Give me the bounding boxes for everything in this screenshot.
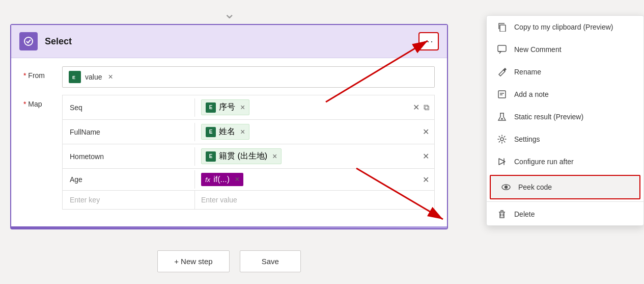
- trash-icon: [497, 209, 507, 219]
- table-row: Age fx if(...) × ✕: [62, 168, 435, 191]
- excel-tag-seq: E 序号 ×: [201, 99, 249, 115]
- bottom-area: + New step Save: [0, 238, 458, 284]
- new-step-button[interactable]: + New step: [157, 250, 229, 272]
- map-value-fullname[interactable]: E 姓名 ×: [195, 120, 417, 144]
- func-icon-age: fx: [205, 176, 210, 184]
- select-card: Select ··· From E value ×: [10, 24, 448, 229]
- menu-label-peek-code: Peek code: [518, 183, 552, 191]
- fullname-actions: ✕: [417, 127, 434, 137]
- seq-copy[interactable]: ⧉: [424, 103, 429, 112]
- map-key-hometown[interactable]: Hometown: [63, 147, 195, 166]
- svg-point-0: [24, 37, 33, 45]
- from-remove[interactable]: ×: [108, 72, 113, 82]
- menu-item-add-note[interactable]: Add a note: [487, 83, 643, 106]
- excel-icon-fullname: E: [206, 127, 216, 137]
- svg-text:E: E: [72, 75, 75, 80]
- menu-item-static-result[interactable]: Static result (Preview): [487, 106, 643, 128]
- table-row: FullName E 姓名 × ✕: [62, 119, 435, 144]
- seq-delete[interactable]: ✕: [413, 102, 419, 112]
- seq-actions: ✕ ⧉: [408, 102, 434, 112]
- map-placeholder-key[interactable]: Enter key: [63, 191, 195, 209]
- map-key-seq[interactable]: Seq: [63, 98, 195, 117]
- note-icon: [497, 89, 507, 99]
- more-dots: ···: [423, 36, 434, 47]
- menu-label-settings: Settings: [514, 135, 540, 143]
- svg-point-10: [500, 138, 503, 141]
- map-row: Map Seq E 序号 × ✕: [23, 95, 435, 209]
- svg-rect-7: [498, 45, 506, 51]
- map-key-fullname[interactable]: FullName: [63, 123, 195, 141]
- menu-label-static-result: Static result (Preview): [514, 113, 583, 121]
- gear-icon: [497, 134, 507, 144]
- menu-label-rename: Rename: [514, 68, 541, 76]
- map-key-age[interactable]: Age: [63, 170, 195, 189]
- map-placeholder-value[interactable]: Enter value: [195, 192, 434, 208]
- menu-item-copy-clipboard[interactable]: Copy to my clipboard (Preview): [487, 16, 643, 38]
- seq-text: 序号: [219, 102, 235, 113]
- excel-icon-seq: E: [206, 102, 216, 113]
- from-value: value: [85, 73, 102, 81]
- map-value-hometown[interactable]: E 籍贯 (出生地) ×: [195, 144, 417, 168]
- age-actions: ✕: [417, 175, 434, 185]
- menu-item-configure-run[interactable]: Configure run after: [487, 150, 643, 173]
- flow-arrow: ⌄: [223, 5, 235, 22]
- table-row: Seq E 序号 × ✕ ⧉: [62, 95, 435, 120]
- seq-remove[interactable]: ×: [240, 103, 245, 112]
- map-label: Map: [23, 95, 54, 108]
- fullname-remove[interactable]: ×: [240, 127, 245, 137]
- from-row: From E value ×: [23, 66, 435, 88]
- menu-label-configure-run: Configure run after: [514, 158, 574, 166]
- fullname-text: 姓名: [219, 126, 235, 137]
- card-header: Select ···: [11, 25, 447, 58]
- save-button[interactable]: Save: [240, 250, 301, 272]
- age-text: if(...): [213, 175, 230, 184]
- excel-icon-hometown: E: [206, 151, 216, 162]
- svg-rect-6: [500, 25, 506, 32]
- more-button[interactable]: ···: [418, 32, 439, 50]
- flask-icon: [497, 112, 507, 122]
- context-menu: Copy to my clipboard (Preview) New Comme…: [486, 15, 644, 226]
- hometown-remove[interactable]: ×: [272, 152, 277, 161]
- menu-label-delete: Delete: [514, 210, 535, 218]
- fullname-delete[interactable]: ✕: [423, 127, 429, 137]
- menu-label-copy-clipboard: Copy to my clipboard (Preview): [514, 23, 613, 31]
- table-row: Hometown E 籍贯 (出生地) × ✕: [62, 144, 435, 169]
- card-body: From E value × Map: [11, 58, 447, 224]
- svg-point-9: [501, 118, 502, 119]
- map-table: Seq E 序号 × ✕ ⧉: [62, 95, 435, 209]
- svg-rect-8: [498, 91, 506, 98]
- table-row-placeholder: Enter key Enter value: [62, 190, 435, 210]
- svg-point-12: [505, 186, 508, 189]
- card-title: Select: [45, 36, 72, 47]
- purple-bar: [11, 226, 447, 228]
- age-remove[interactable]: ×: [235, 175, 239, 184]
- excel-tag-hometown: E 籍贯 (出生地) ×: [201, 148, 282, 164]
- excel-badge-from: E: [69, 71, 81, 83]
- map-value-seq[interactable]: E 序号 ×: [195, 95, 408, 119]
- menu-label-new-comment: New Comment: [514, 45, 562, 54]
- menu-item-settings[interactable]: Settings: [487, 128, 643, 150]
- excel-tag-fullname: E 姓名 ×: [201, 124, 249, 140]
- run-icon: [497, 157, 507, 167]
- copy-icon: [497, 22, 507, 32]
- menu-item-rename[interactable]: Rename: [487, 61, 643, 83]
- hometown-actions: ✕: [417, 151, 434, 161]
- hometown-text: 籍贯 (出生地): [219, 151, 267, 162]
- select-icon: [19, 32, 38, 50]
- map-value-age[interactable]: fx if(...) ×: [195, 169, 417, 190]
- menu-item-peek-code[interactable]: Peek code: [490, 175, 640, 199]
- menu-label-add-note: Add a note: [514, 90, 549, 98]
- hometown-delete[interactable]: ✕: [423, 151, 429, 161]
- card-header-left: Select: [19, 32, 72, 50]
- comment-icon: [497, 44, 507, 55]
- menu-divider: [487, 201, 643, 202]
- from-label: From: [23, 66, 54, 80]
- menu-item-delete[interactable]: Delete: [487, 203, 643, 225]
- age-delete[interactable]: ✕: [423, 175, 429, 185]
- main-area: ⌄ Select ··· From: [0, 0, 458, 284]
- menu-item-new-comment[interactable]: New Comment: [487, 38, 643, 61]
- edit-icon: [497, 67, 507, 77]
- from-input[interactable]: E value ×: [62, 66, 435, 88]
- func-tag-age: fx if(...) ×: [201, 173, 243, 186]
- eye-icon: [501, 182, 511, 192]
